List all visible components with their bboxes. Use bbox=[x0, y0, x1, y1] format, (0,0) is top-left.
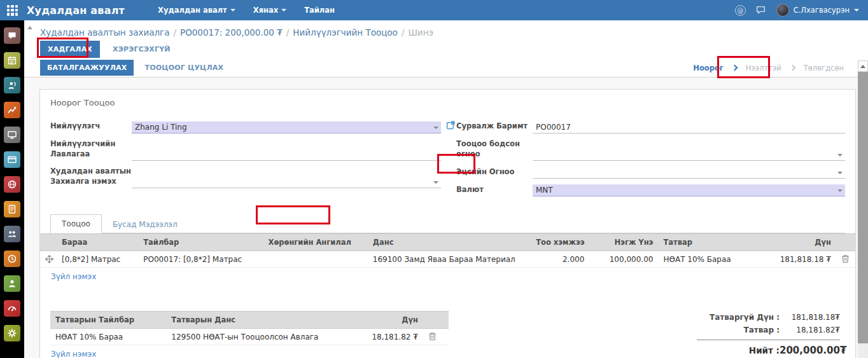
dropdown-caret-icon bbox=[837, 154, 843, 156]
right-field-input-3[interactable]: MNT bbox=[533, 184, 845, 196]
status-open[interactable]: Нээлттэй bbox=[738, 64, 789, 72]
lines-cell-0-0[interactable]: [0,8*2] Матрас bbox=[57, 251, 138, 268]
messaging-app-icon[interactable] bbox=[4, 27, 20, 44]
purchase-app-icon[interactable] bbox=[4, 201, 20, 217]
chat-icon[interactable] bbox=[756, 6, 766, 15]
right-field-0[interactable]: PO00017 bbox=[533, 121, 845, 134]
topbar-menu-1[interactable]: Хянах bbox=[253, 6, 286, 15]
attendance-app-icon[interactable] bbox=[4, 251, 20, 267]
point-of-sale-app-icon[interactable] bbox=[4, 127, 20, 143]
collapse-caret-icon[interactable] bbox=[27, 26, 32, 29]
people-icon bbox=[7, 229, 17, 239]
topbar-menu-0[interactable]: Худалдан авалт bbox=[158, 6, 235, 15]
form-column-left: НийлүүлэгчZhang Li TingНийлүүлэгчийн Лав… bbox=[50, 121, 441, 202]
status-draft[interactable]: Ноорог bbox=[685, 64, 731, 72]
breadcrumb-item-2[interactable]: Нийлүүлэгчийн Тооцоо bbox=[293, 27, 398, 38]
external-link-icon[interactable] bbox=[446, 120, 456, 132]
lines-cell-0-3[interactable]: 169100 Замд Яваа Бараа Материал bbox=[368, 251, 531, 268]
left-field-label-2: Худалдан авалтын Захиалга нэмэх bbox=[50, 167, 132, 188]
statusbar: БАТАЛГААЖУУЛАХ ТООЦООГ ЦУЦЛАХ НоорогНээл… bbox=[24, 59, 858, 78]
totals-row-1: Татвар :18,181.82₮ bbox=[697, 326, 840, 334]
handle-column-header bbox=[40, 234, 57, 251]
right-field-input-0[interactable]: PO00017 bbox=[533, 121, 845, 134]
lines-row[interactable]: [0,8*2] МатрасPO00017: [0,8*2] Матрас169… bbox=[40, 251, 855, 268]
status-paid[interactable]: Төлөгдсөн bbox=[796, 64, 851, 72]
clock-icon bbox=[7, 254, 17, 264]
right-field-row-0: Сурвалж БаримтPO00017 bbox=[456, 121, 845, 134]
notebook-tabs: ТооцооБусад Мэдээлэл bbox=[50, 214, 845, 233]
tab-1[interactable]: Бусад Мэдээлэл bbox=[102, 216, 188, 233]
sales-app-icon[interactable] bbox=[4, 102, 20, 118]
lines-cell-0-6[interactable]: НӨАТ 10% Бараа bbox=[658, 251, 752, 268]
topbar-menu-2[interactable]: Тайлан bbox=[304, 6, 335, 15]
right-field-3[interactable]: MNT bbox=[533, 184, 845, 196]
vertical-scrollbar[interactable] bbox=[858, 60, 868, 358]
discard-button[interactable]: ХЭРЭГСЭХГҮЙ bbox=[105, 41, 178, 58]
payments-app-icon[interactable] bbox=[4, 151, 20, 168]
dashboard-app-icon[interactable] bbox=[4, 300, 20, 317]
employees-app-icon[interactable] bbox=[4, 226, 20, 242]
form-fields: НийлүүлэгчZhang Li TingНийлүүлэгчийн Лав… bbox=[50, 121, 845, 202]
right-field-1[interactable] bbox=[533, 149, 845, 161]
lines-column-header-2: Хөрөнгийн Ангилал bbox=[263, 234, 368, 251]
lines-column-header-0: Бараа bbox=[57, 234, 138, 251]
grand-total-label: Нийт : bbox=[749, 345, 780, 355]
breadcrumb-item-0[interactable]: Худалдан авалтын захиалга bbox=[40, 27, 169, 38]
tax-block: Татварын ТайлбарТатварын ДансДүнНӨАТ 10%… bbox=[50, 311, 449, 358]
left-field-input-1[interactable] bbox=[132, 149, 441, 161]
left-field-2[interactable] bbox=[132, 176, 441, 188]
left-field-0[interactable]: Zhang Li Ting bbox=[132, 121, 441, 134]
grand-total-row: Нийт :200,000.00₮ bbox=[697, 345, 840, 356]
calendar-icon bbox=[7, 55, 17, 65]
dropdown-caret-icon bbox=[433, 181, 438, 184]
lines-cell-0-5[interactable]: 100,000.00 bbox=[589, 251, 658, 268]
contacts-app-icon[interactable] bbox=[4, 77, 20, 93]
website-app-icon[interactable] bbox=[4, 176, 20, 193]
main-content: Худалдан авалтын захиалга/PO00017: 200,0… bbox=[24, 20, 858, 358]
right-field-input-2[interactable] bbox=[533, 167, 845, 179]
calendar-app-icon[interactable] bbox=[4, 52, 20, 69]
apps-grid-icon[interactable] bbox=[7, 5, 18, 16]
form-sheet: Ноорог Тооцоо НийлүүлэгчZhang Li TingНий… bbox=[39, 89, 856, 358]
gauge-icon bbox=[7, 303, 17, 313]
breadcrumb: Худалдан авалтын захиалга/PO00017: 200,0… bbox=[40, 27, 433, 38]
cancel-invoice-button[interactable]: ТООЦООГ ЦУЦЛАХ bbox=[137, 60, 230, 76]
lines-cell-0-4[interactable]: 2.000 bbox=[531, 251, 589, 268]
scrollbar-thumb[interactable] bbox=[858, 72, 868, 343]
lines-cell-0-2[interactable] bbox=[263, 251, 368, 268]
right-field-2[interactable] bbox=[533, 167, 845, 179]
delete-row-icon[interactable] bbox=[836, 251, 855, 268]
delete-column-header bbox=[836, 234, 855, 251]
tax-column-header-1: Татварын Данс bbox=[166, 312, 337, 329]
lines-cell-0-7[interactable]: 181,818.18 ₮ bbox=[753, 251, 836, 268]
invoice-lines-table: БарааТайлбарХөрөнгийн АнгилалДансТоо хэм… bbox=[40, 233, 855, 268]
save-button[interactable]: ХАДГАЛАХ bbox=[40, 41, 100, 58]
tax-cell-0-0[interactable]: НӨАТ 10% Бараа bbox=[50, 329, 166, 345]
left-field-1[interactable] bbox=[132, 149, 441, 161]
dropdown-caret-icon bbox=[837, 189, 843, 192]
right-field-input-1[interactable] bbox=[533, 149, 845, 161]
tax-cell-0-1[interactable]: 129500 НӨАТ-ын Тооцоолсон Авлага bbox=[166, 329, 337, 345]
drag-handle-icon[interactable] bbox=[40, 251, 57, 268]
settings-app-icon[interactable] bbox=[4, 325, 20, 341]
scrollbar-up-button[interactable] bbox=[858, 60, 868, 72]
left-field-input-2[interactable] bbox=[132, 176, 441, 188]
app-title: Худалдан авалт bbox=[27, 4, 125, 17]
add-line-link[interactable]: Зүйл нэмэх bbox=[51, 272, 96, 281]
dropdown-caret-icon bbox=[433, 127, 438, 129]
recruitment-app-icon[interactable] bbox=[4, 275, 20, 292]
dropdown-caret-icon bbox=[837, 172, 843, 174]
validate-button[interactable]: БАТАЛГААЖУУЛАХ bbox=[40, 60, 134, 76]
mention-icon[interactable]: @ bbox=[735, 5, 746, 16]
totals-block: Татваргүй Дүн :181,818.18₮Татвар :18,181… bbox=[697, 311, 840, 358]
totals-row-0: Татваргүй Дүн :181,818.18₮ bbox=[697, 313, 840, 322]
tab-0[interactable]: Тооцоо bbox=[50, 214, 102, 233]
add-tax-line-link[interactable]: Зүйл нэмэх bbox=[51, 350, 96, 358]
delete-row-icon[interactable] bbox=[423, 329, 449, 345]
lines-cell-0-1[interactable]: PO00017: [0,8*2] Матрас bbox=[138, 251, 263, 268]
tax-cell-0-2[interactable]: 18,181.82 ₮ bbox=[337, 329, 423, 345]
breadcrumb-item-1[interactable]: PO00017: 200,000.00 ₮ bbox=[180, 27, 283, 38]
user-menu[interactable]: С.Лхагвасурэн bbox=[776, 4, 859, 17]
left-field-input-0[interactable]: Zhang Li Ting bbox=[132, 121, 441, 134]
tax-row[interactable]: НӨАТ 10% Бараа129500 НӨАТ-ын Тооцоолсон … bbox=[50, 329, 449, 345]
